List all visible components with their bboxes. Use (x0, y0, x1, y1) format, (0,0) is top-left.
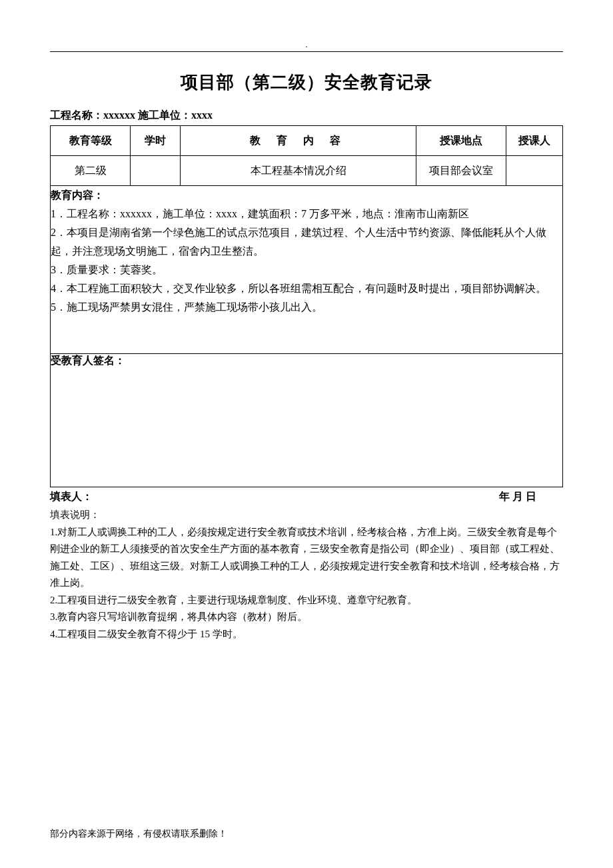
notes-heading: 填表说明： (50, 507, 563, 524)
education-content-item: 3．质量要求：芙蓉奖。 (51, 261, 562, 279)
cell-teacher (506, 156, 563, 186)
education-content-item: 1．工程名称：xxxxxx，施工单位：xxxx，建筑面积：7 万多平米，地点：淮… (51, 205, 562, 223)
document-title: 项目部（第二级）安全教育记录 (50, 71, 563, 94)
education-content-item: 4．本工程施工面积较大，交叉作业较多，所以各班组需相互配合，有问题时及时提出，项… (51, 279, 562, 298)
education-content-item: 5．施工现场严禁男女混住，严禁施工现场带小孩儿出入。 (51, 298, 562, 317)
cell-teaching-place: 项目部会议室 (416, 156, 506, 186)
notes-item: 1.对新工人或调换工种的工人，必须按规定进行安全教育或技术培训，经考核合格，方准… (50, 524, 563, 592)
signature-block: 受教育人签名： (51, 354, 563, 487)
project-info-line: 工程名称：xxxxxx 施工单位：xxxx (50, 109, 563, 123)
header-education-level: 教育等级 (51, 126, 131, 156)
top-rule (50, 51, 563, 52)
notes-item: 2.工程项目进行二级安全教育，主要进行现场规章制度、作业环境、遵章守纪教育。 (50, 592, 563, 609)
date-placeholder: 年 月 日 (499, 490, 563, 504)
header-teacher: 授课人 (506, 126, 563, 156)
header-dot: . (50, 40, 563, 50)
table-header-row: 教育等级 学时 教 育 内 容 授课地点 授课人 (51, 126, 563, 156)
header-hours: 学时 (131, 126, 181, 156)
form-notes: 填表说明： 1.对新工人或调换工种的工人，必须按规定进行安全教育或技术培训，经考… (50, 507, 563, 643)
header-education-content: 教 育 内 容 (181, 126, 416, 156)
notes-item: 3.教育内容只写培训教育提纲，将具体内容（教材）附后。 (50, 609, 563, 626)
notes-item: 4.工程项目二级安全教育不得少于 15 学时。 (50, 626, 563, 643)
cell-education-content: 本工程基本情况介绍 (181, 156, 416, 186)
form-filler-row: 填表人： 年 月 日 (50, 490, 563, 504)
page-footer: 部分内容来源于网络，有侵权请联系删除！ (50, 828, 227, 840)
education-record-table: 教育等级 学时 教 育 内 容 授课地点 授课人 第二级 本工程基本情况介绍 项… (50, 125, 563, 487)
education-content-heading: 教育内容： (51, 186, 562, 205)
education-content-block: 教育内容： 1．工程名称：xxxxxx，施工单位：xxxx，建筑面积：7 万多平… (51, 186, 563, 354)
table-data-row: 第二级 本工程基本情况介绍 项目部会议室 (51, 156, 563, 186)
header-teaching-place: 授课地点 (416, 126, 506, 156)
form-filler-label: 填表人： (50, 490, 499, 504)
page: . 项目部（第二级）安全教育记录 工程名称：xxxxxx 施工单位：xxxx 教… (0, 0, 613, 868)
signature-heading: 受教育人签名： (51, 354, 562, 368)
education-content-item: 2．本项目是湖南省第一个绿色施工的试点示范项目，建筑过程、个人生活中节约资源、降… (51, 223, 562, 261)
cell-education-level: 第二级 (51, 156, 131, 186)
cell-hours (131, 156, 181, 186)
